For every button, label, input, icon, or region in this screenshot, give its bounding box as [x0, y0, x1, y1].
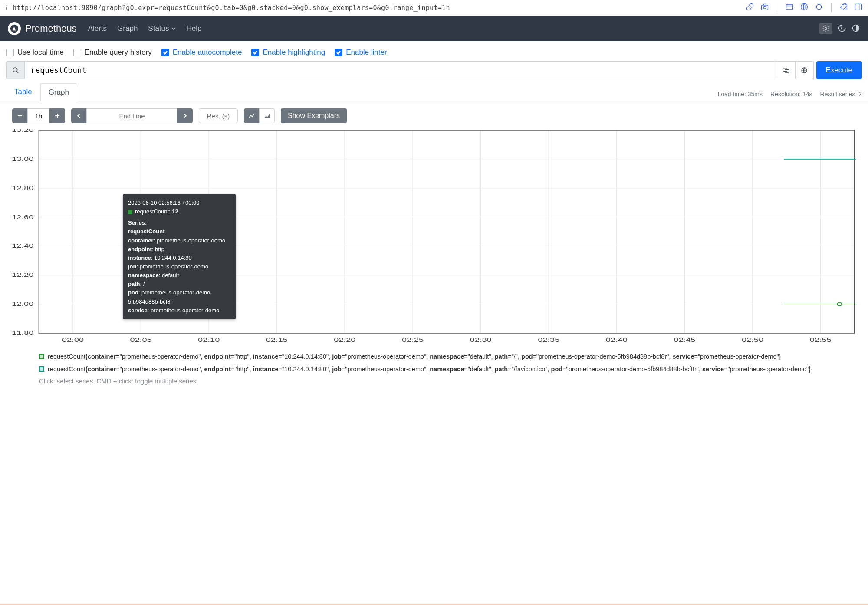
svg-text:12.00: 12.00	[12, 301, 33, 307]
svg-text:02:35: 02:35	[538, 337, 559, 343]
checkbox-icon[interactable]	[6, 49, 14, 56]
svg-text:02:20: 02:20	[334, 337, 355, 343]
contrast-toggle[interactable]	[852, 24, 860, 34]
tab-graph[interactable]: Graph	[40, 83, 77, 101]
line-mode-button[interactable]	[244, 108, 260, 123]
stacked-mode-button[interactable]	[259, 108, 275, 123]
search-icon	[12, 66, 20, 74]
settings-button[interactable]	[819, 23, 832, 34]
globe-icon[interactable]	[800, 3, 809, 13]
resolution-input[interactable]	[199, 108, 238, 123]
svg-text:02:15: 02:15	[266, 337, 288, 343]
execute-button[interactable]: Execute	[816, 61, 862, 79]
globe-icon	[800, 66, 808, 74]
checkbox-icon[interactable]	[73, 49, 81, 56]
plus-icon	[54, 113, 60, 119]
svg-rect-5	[855, 4, 862, 10]
range-value[interactable]: 1h	[27, 108, 50, 123]
info-icon[interactable]: i	[5, 3, 7, 13]
tab-table[interactable]: Table	[6, 83, 40, 101]
range-increase-button[interactable]	[49, 108, 65, 123]
moon-icon	[838, 24, 846, 33]
nav-graph[interactable]: Graph	[117, 24, 138, 33]
camera-icon[interactable]	[760, 3, 769, 13]
svg-rect-7	[13, 31, 16, 31]
nav-alerts[interactable]: Alerts	[88, 24, 107, 33]
svg-text:12.80: 12.80	[12, 185, 33, 191]
opt-query-history[interactable]: Enable query history	[73, 48, 152, 57]
puzzle-icon[interactable]	[839, 3, 848, 13]
browser-address-bar: i http://localhost:9090/graph?g0.expr=re…	[0, 0, 868, 16]
svg-text:02:10: 02:10	[198, 337, 220, 343]
time-back-button[interactable]	[71, 108, 87, 123]
svg-text:02:05: 02:05	[130, 337, 152, 343]
url-text: http://localhost:9090/graph?g0.expr=requ…	[13, 4, 740, 12]
expression-row: Execute	[0, 61, 868, 83]
expression-input[interactable]	[24, 61, 777, 79]
query-options-row: Use local time Enable query history Enab…	[0, 41, 868, 61]
result-tabs: Table Graph Load time: 35ms Resolution: …	[0, 83, 868, 101]
svg-point-8	[825, 28, 827, 30]
meta-load-time: Load time: 35ms	[718, 91, 763, 98]
svg-point-54	[837, 303, 842, 306]
svg-text:12.20: 12.20	[12, 272, 33, 278]
svg-text:02:30: 02:30	[470, 337, 492, 343]
nav-links: Alerts Graph Status Help	[88, 24, 202, 33]
svg-text:02:25: 02:25	[402, 337, 424, 343]
brand[interactable]: Prometheus	[8, 22, 77, 35]
time-forward-button[interactable]	[177, 108, 193, 123]
svg-point-10	[13, 68, 17, 72]
svg-text:02:40: 02:40	[606, 337, 628, 343]
target-icon[interactable]	[815, 3, 823, 13]
svg-rect-0	[762, 5, 768, 10]
format-expr-button[interactable]	[777, 61, 796, 79]
graph-toolbar: 1h Show Exemplars	[0, 101, 868, 128]
legend-item[interactable]: requestCount{container="prometheus-opera…	[39, 365, 856, 374]
show-exemplars-button[interactable]: Show Exemplars	[281, 108, 347, 123]
link-icon[interactable]	[746, 3, 754, 13]
chart-tooltip: 2023-06-10 02:56:16 +00:00requestCount: …	[123, 194, 236, 319]
metrics-explorer-button[interactable]	[6, 61, 24, 79]
svg-text:13.20: 13.20	[12, 129, 33, 133]
svg-text:12.60: 12.60	[12, 214, 33, 220]
opt-autocomplete[interactable]: Enable autocomplete	[161, 48, 242, 57]
chart-mode-toggle	[244, 108, 275, 123]
svg-text:02:55: 02:55	[810, 337, 832, 343]
svg-rect-2	[786, 4, 793, 10]
opt-linter[interactable]: Enable linter	[335, 48, 387, 57]
legend-hint: Click: select series, CMD + click: toggl…	[39, 377, 856, 385]
chevron-left-icon	[76, 113, 82, 118]
meta-result-series: Result series: 2	[820, 91, 862, 98]
minus-icon	[17, 113, 23, 119]
dark-mode-toggle[interactable]	[838, 24, 846, 34]
gear-icon	[822, 25, 830, 33]
brand-text: Prometheus	[25, 23, 77, 34]
svg-text:02:00: 02:00	[62, 337, 84, 343]
sidebar-icon[interactable]	[854, 3, 863, 13]
end-time-input[interactable]	[86, 108, 178, 123]
chevron-right-icon	[182, 113, 187, 118]
svg-text:12.40: 12.40	[12, 243, 33, 249]
chevron-down-icon	[171, 26, 176, 31]
checkbox-icon[interactable]	[251, 49, 259, 56]
chart-area[interactable]: 11.8012.0012.2012.4012.6012.8013.0013.20…	[12, 129, 856, 346]
nav-status[interactable]: Status	[148, 24, 176, 33]
svg-text:11.80: 11.80	[12, 330, 33, 336]
checkbox-icon[interactable]	[161, 49, 169, 56]
browser-toolbar-icons	[746, 3, 863, 13]
range-decrease-button[interactable]	[12, 108, 28, 123]
opt-highlighting[interactable]: Enable highlighting	[251, 48, 325, 57]
svg-text:02:50: 02:50	[742, 337, 763, 343]
svg-text:13.00: 13.00	[12, 156, 33, 162]
area-chart-icon	[263, 112, 270, 119]
range-stepper: 1h	[12, 108, 65, 123]
panel-icon[interactable]	[785, 3, 794, 13]
chart-legend: requestCount{container="prometheus-opera…	[39, 352, 856, 385]
legend-item[interactable]: requestCount{container="prometheus-opera…	[39, 352, 856, 361]
svg-text:02:45: 02:45	[674, 337, 695, 343]
globe-expr-button[interactable]	[796, 61, 814, 79]
time-stepper	[71, 108, 193, 123]
checkbox-icon[interactable]	[335, 49, 342, 56]
opt-use-local-time[interactable]: Use local time	[6, 48, 64, 57]
nav-help[interactable]: Help	[187, 24, 202, 33]
